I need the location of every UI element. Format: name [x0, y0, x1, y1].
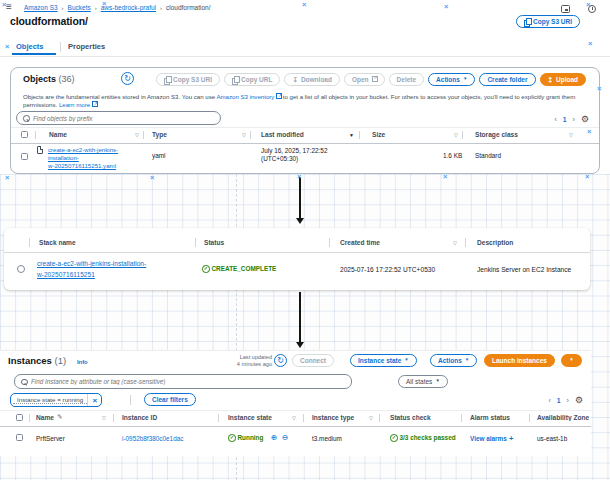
sort-icon[interactable]: ▽: [292, 415, 296, 421]
column-header-created-time[interactable]: Created time: [340, 239, 380, 246]
previous-page-icon[interactable]: ‹: [548, 397, 550, 404]
instance-id-link[interactable]: i-0952b8f380c0e1dac: [122, 435, 183, 442]
column-header-size[interactable]: Size: [372, 131, 385, 138]
filter-zoom-out-icon[interactable]: ⊖: [282, 434, 288, 442]
copy-url-button[interactable]: Copy URL: [224, 73, 280, 86]
s3-inventory-link[interactable]: Amazon S3 inventory: [216, 93, 281, 100]
column-header-stack-name[interactable]: Stack name: [39, 239, 76, 246]
info-link[interactable]: Info: [77, 359, 88, 365]
create-folder-button[interactable]: Create folder: [479, 73, 535, 86]
actions-dropdown-button[interactable]: Actions ▼: [430, 354, 477, 367]
sort-icon[interactable]: ▽: [569, 132, 573, 138]
column-header-status-check[interactable]: Status check: [390, 414, 431, 421]
column-header-instance-id[interactable]: Instance ID: [122, 414, 157, 421]
status-check-text: 3/3 checks passed: [400, 434, 456, 441]
all-states-dropdown[interactable]: All states ▼: [398, 375, 448, 388]
table-header-divider: [4, 252, 590, 253]
instance-state-dropdown-button[interactable]: Instance state ▼: [350, 354, 417, 367]
select-all-checkbox[interactable]: [16, 414, 23, 421]
column-divider: [359, 131, 360, 139]
stack-name-link[interactable]: create-a-ec2-with-jenkins-installation-: [37, 260, 146, 267]
view-alarms-link[interactable]: View alarms: [470, 435, 507, 442]
column-header-name[interactable]: Name: [49, 131, 67, 138]
object-name-link[interactable]: w-20250716115251.yaml: [48, 162, 116, 169]
annotation-x-mark: ×: [2, 1, 6, 9]
sort-icon[interactable]: ▽: [453, 240, 457, 246]
sort-icon[interactable]: ▽: [242, 132, 246, 138]
picture-in-picture-icon[interactable]: [561, 5, 570, 13]
active-tab-underline: [12, 53, 56, 55]
sort-icon[interactable]: ▽: [454, 132, 458, 138]
chevron-down-icon: ▼: [435, 379, 439, 384]
stack-radio-button[interactable]: [17, 265, 25, 273]
previous-page-icon[interactable]: ‹: [554, 116, 556, 123]
column-header-status[interactable]: Status: [204, 239, 224, 246]
add-alarm-plus-icon[interactable]: +: [509, 434, 513, 443]
upload-button[interactable]: ↥ Upload: [540, 73, 586, 86]
objects-panel-title: Objects (36): [23, 74, 75, 84]
last-updated: Last updated 4 minutes ago: [226, 354, 272, 368]
page-number[interactable]: 1: [557, 397, 561, 404]
column-header-instance-state[interactable]: Instance state: [228, 414, 272, 421]
sort-icon[interactable]: ▽: [102, 415, 106, 421]
object-name-link[interactable]: installation-: [48, 154, 79, 161]
s3-objects-page: ≡ Amazon S3 › Buckets › aws-bedrock-praf…: [0, 0, 610, 174]
objects-pagination: ‹ 1 › ⚙: [554, 114, 589, 124]
next-page-icon[interactable]: ›: [573, 116, 575, 123]
column-header-description[interactable]: Description: [477, 239, 513, 246]
objects-search-box: [16, 111, 221, 125]
clear-filters-button[interactable]: Clear filters: [144, 393, 196, 406]
actions-dropdown-button[interactable]: Actions ▼: [428, 73, 475, 86]
copy-s3-uri-button[interactable]: Copy S3 URI: [516, 15, 580, 28]
column-header-type[interactable]: Type: [152, 131, 167, 138]
object-type: yaml: [152, 152, 166, 159]
open-label: Open: [352, 76, 369, 83]
breadcrumb-amazon-s3[interactable]: Amazon S3: [24, 4, 58, 11]
connect-button[interactable]: Connect: [292, 354, 334, 367]
copy-s3-uri-label: Copy S3 URI: [533, 18, 572, 25]
breadcrumb: Amazon S3 › Buckets › aws-bedrock-praful…: [24, 4, 210, 11]
objects-search-input[interactable]: [33, 115, 214, 122]
column-header-instance-type[interactable]: Instance type: [312, 414, 354, 421]
check-circle-icon: ✓: [228, 434, 236, 442]
actions-label: Actions: [438, 357, 462, 364]
tab-properties[interactable]: Properties: [68, 42, 105, 51]
column-header-availability-zone[interactable]: Availability Zone: [537, 414, 590, 421]
stack-name-link[interactable]: w-20250716115251: [37, 271, 95, 278]
sort-icon[interactable]: ▽: [369, 415, 373, 421]
filter-zoom-in-icon[interactable]: ⊕: [271, 434, 277, 442]
learn-more-link[interactable]: Learn more: [59, 101, 97, 108]
page-number[interactable]: 1: [563, 116, 567, 123]
launch-instances-split-dropdown[interactable]: ▼: [561, 354, 582, 367]
column-header-storage-class[interactable]: Storage class: [475, 131, 518, 138]
objects-panel: Objects (36) ↻ Copy S3 URI Copy URL ↧ Do…: [10, 67, 600, 174]
gear-icon[interactable]: ⚙: [581, 114, 589, 124]
object-storage-class: Standard: [475, 152, 501, 159]
open-button[interactable]: Open: [344, 73, 385, 86]
select-all-checkbox[interactable]: [21, 131, 28, 138]
column-header-alarm-status[interactable]: Alarm status: [470, 414, 510, 421]
menu-icon[interactable]: ≡: [6, 1, 12, 12]
instances-search-input[interactable]: [31, 378, 345, 385]
copy-s3-uri-button[interactable]: Copy S3 URI: [156, 73, 220, 86]
column-header-last-modified[interactable]: Last modified: [261, 131, 304, 138]
sort-icon-active[interactable]: ▼: [349, 132, 354, 138]
breadcrumb-bucket-name[interactable]: aws-bedrock-praful: [101, 4, 156, 11]
refresh-button[interactable]: ↻: [274, 354, 287, 367]
row-checkbox[interactable]: [21, 153, 28, 160]
sort-icon[interactable]: ▽: [135, 132, 139, 138]
gear-icon[interactable]: ⚙: [575, 395, 583, 405]
row-checkbox[interactable]: [16, 434, 23, 441]
next-page-icon[interactable]: ›: [567, 397, 569, 404]
breadcrumb-separator-icon: ›: [62, 5, 64, 11]
download-button[interactable]: ↧ Download: [284, 73, 340, 86]
refresh-button[interactable]: ↻: [121, 72, 134, 85]
tab-objects[interactable]: Objects: [16, 42, 44, 51]
delete-button[interactable]: Delete: [389, 73, 425, 86]
column-header-name[interactable]: Name: [36, 414, 54, 421]
table-top-divider: [11, 127, 599, 128]
launch-instances-button[interactable]: Launch instances: [484, 354, 555, 367]
remove-filter-icon[interactable]: ×: [87, 394, 101, 406]
object-name-link[interactable]: create-a-ec2-with-jenkins-: [48, 146, 118, 153]
breadcrumb-buckets[interactable]: Buckets: [68, 4, 91, 11]
